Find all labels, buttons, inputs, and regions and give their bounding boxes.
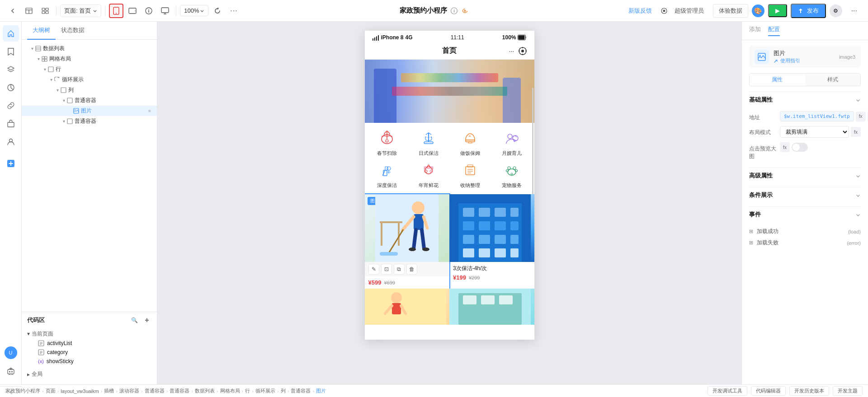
address-fx-button[interactable]: fx (856, 112, 866, 121)
code-editor-button[interactable]: 代码编辑器 (751, 386, 786, 396)
attr-tab-style[interactable]: 样式 (805, 74, 861, 86)
breadcrumb-slot[interactable]: 插槽 (104, 388, 114, 394)
service-item-yuesaoyuer[interactable]: 月嫂育儿 (493, 128, 531, 157)
sidebar-link-icon[interactable] (3, 98, 19, 114)
preview-toggle[interactable] (792, 143, 808, 152)
tree-item-container2[interactable]: ▾ 普通容器 (22, 116, 157, 126)
code-search-button[interactable]: 🔍 (130, 316, 139, 325)
sidebar-home-icon[interactable] (3, 25, 19, 42)
play-button[interactable]: ▶ (768, 4, 787, 17)
service-item-chongwufuwu[interactable]: 宠物服务 (493, 160, 531, 189)
breadcrumb-loop[interactable]: 循环展示 (255, 388, 275, 394)
tree-item-loop[interactable]: ▾ 循环展示 ≡ (22, 75, 157, 85)
layout-table-button[interactable] (22, 4, 36, 18)
service-item-nianxiaohua[interactable]: 年宵鲜花 (410, 160, 448, 189)
tree-arrow-datalist[interactable]: ▾ (29, 46, 35, 52)
zoom-selector[interactable]: 100% (180, 5, 208, 16)
admin-button[interactable]: 超级管理员 (669, 5, 709, 17)
breadcrumb-image[interactable]: 图片 (316, 388, 326, 394)
event-item-load[interactable]: ⊞ 加载成功 (load) (749, 226, 861, 237)
address-input[interactable]: $w.item_listView1.fwtp (780, 111, 854, 121)
preview-fx-button[interactable]: fx (780, 142, 790, 152)
tree-item-datalist[interactable]: ▾ 数据列表 ≡ (22, 43, 157, 54)
breadcrumb-scroll[interactable]: 滚动容器 (119, 388, 139, 394)
product-card-4[interactable] (449, 289, 534, 325)
settings-button[interactable]: ⚙ (830, 5, 842, 17)
tree-action-move-gridlayout[interactable]: ≡ (146, 56, 153, 63)
back-button[interactable] (5, 4, 20, 18)
sidebar-box-icon[interactable] (3, 116, 19, 132)
canvas-area[interactable]: iPhone 8 4G 11:11 100% 首页 ··· (157, 22, 741, 384)
breadcrumb-layout[interactable]: layout_vw3uaikm (61, 388, 99, 394)
tree-action-move-image[interactable]: ≡ (146, 107, 153, 115)
color-picker-button[interactable]: 🎨 (752, 5, 764, 17)
service-item-shounazhengli[interactable]: 收纳整理 (451, 160, 489, 189)
tree-item-image[interactable]: ▸ 图片 ≡ (22, 106, 157, 116)
product-card-3[interactable] (365, 289, 450, 325)
refresh-button[interactable] (210, 4, 225, 18)
sidebar-active-layers-icon[interactable] (3, 155, 19, 172)
card-edit-button[interactable]: ✎ (368, 264, 379, 275)
breadcrumb-container2[interactable]: 普通容器 (170, 388, 189, 394)
desktop-device-button[interactable] (158, 4, 172, 18)
tree-arrow-row[interactable]: ▾ (42, 66, 48, 73)
page-selector[interactable]: 页面: 首页 (60, 5, 101, 17)
breadcrumb-pages[interactable]: 页面 (46, 388, 56, 394)
card-delete-box-button[interactable]: ⊡ (381, 264, 392, 275)
sidebar-data-icon[interactable] (3, 79, 19, 96)
nav-more-icon[interactable]: ··· (509, 47, 514, 55)
tree-arrow-container1[interactable]: ▾ (61, 98, 67, 104)
more-button[interactable]: ··· (226, 4, 241, 18)
tree-arrow-loop[interactable]: ▾ (48, 77, 54, 83)
phone-device-button[interactable] (109, 4, 123, 18)
publish-button[interactable]: 发布 (791, 4, 826, 18)
service-item-ribaobaojie[interactable]: 日式保洁 (410, 128, 448, 157)
condition-expand[interactable] (855, 192, 861, 198)
tree-item-container1[interactable]: ▾ 普通容器 (22, 95, 157, 106)
basic-props-expand[interactable] (855, 97, 861, 103)
attr-tab-props[interactable]: 属性 (750, 74, 805, 86)
service-item-shendubaojie[interactable]: 深度保洁 (368, 160, 406, 189)
info-button[interactable] (142, 4, 156, 18)
layout-grid-button[interactable] (38, 4, 52, 18)
breadcrumb-datalist[interactable]: 数据列表 (195, 388, 215, 394)
tab-outline[interactable]: 大纲树 (27, 22, 56, 40)
service-item-chunjiehui[interactable]: 春节扫除 (368, 128, 406, 157)
event-item-error[interactable]: ⊞ 加载失败 (error) (749, 237, 861, 248)
layout-mode-fx-button[interactable]: fx (851, 127, 861, 137)
code-current-page-header[interactable]: ▾ 当前页面 (27, 329, 151, 339)
events-expand[interactable] (855, 211, 861, 218)
code-global-header[interactable]: ▸ 全局 (27, 369, 151, 379)
user-avatar[interactable]: U (5, 346, 17, 359)
tree-arrow-col[interactable]: ▾ (54, 87, 61, 93)
tree-arrow-container2[interactable]: ▾ (61, 118, 67, 125)
code-item-category[interactable]: category (31, 348, 151, 357)
tree-arrow-gridlayout[interactable]: ▾ (35, 56, 42, 62)
code-item-showsticky[interactable]: (x) showSticky (31, 357, 151, 366)
breadcrumb-col[interactable]: 列 (281, 388, 286, 394)
history-button[interactable]: 开发历史版本 (789, 386, 829, 396)
sidebar-robot-icon[interactable] (3, 363, 19, 379)
data-button[interactable]: 体验数据 (713, 4, 748, 18)
tree-item-row[interactable]: ▾ 行 (22, 64, 157, 75)
breadcrumb-container1[interactable]: 普通容器 (145, 388, 165, 394)
card-copy-button[interactable]: ⧉ (394, 264, 405, 275)
layout-mode-select[interactable]: 裁剪填满 (780, 126, 849, 138)
tree-action-move-datalist[interactable]: ≡ (146, 45, 153, 52)
tree-action-move-loop[interactable]: ≡ (146, 76, 153, 84)
right-tab-config[interactable]: 配置 (768, 25, 780, 36)
toolbar-more-button[interactable]: ··· (846, 5, 863, 17)
card-trash-button[interactable]: 🗑 (406, 264, 417, 275)
breadcrumb-gridlayout[interactable]: 网格布局 (220, 388, 240, 394)
sidebar-users-icon[interactable] (3, 134, 19, 150)
tree-item-col[interactable]: ▾ 列 (22, 85, 157, 95)
component-link[interactable]: 使用指引 (774, 57, 800, 64)
feedback-button[interactable]: 新版反馈 (623, 5, 657, 17)
tab-state[interactable]: 状态数据 (56, 22, 90, 40)
product-card-1[interactable]: 图片 (365, 194, 450, 289)
breadcrumb-container3[interactable]: 普通容器 (291, 388, 311, 394)
sidebar-layers-icon[interactable] (3, 61, 19, 78)
tree-item-gridlayout[interactable]: ▾ 网格布局 ≡ (22, 54, 157, 64)
code-add-button[interactable]: + (142, 316, 151, 325)
code-item-activitylist[interactable]: activityList (31, 339, 151, 348)
